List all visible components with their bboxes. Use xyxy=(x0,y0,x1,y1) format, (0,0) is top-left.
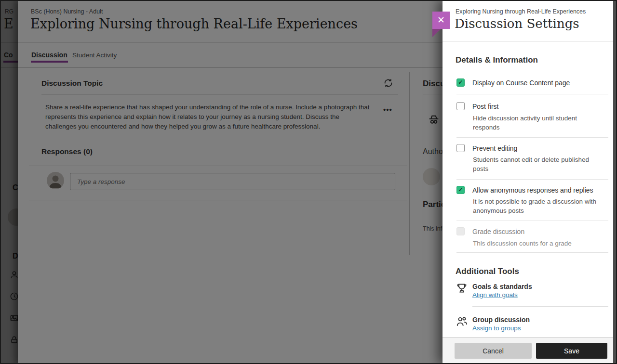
goals-icon xyxy=(456,282,468,295)
option-description: Students cannot edit or delete published… xyxy=(473,155,594,173)
goals-standards-label: Goals & standards xyxy=(472,283,532,290)
cancel-button[interactable]: Cancel xyxy=(455,343,532,359)
option-label: Post first xyxy=(472,103,498,110)
scrollbar-strip[interactable] xyxy=(613,0,617,364)
panel-context-title: Exploring Nursing through Real-Life Expe… xyxy=(456,8,586,15)
additional-tools-heading: Additional Tools xyxy=(456,267,519,276)
modal-dim-overlay[interactable] xyxy=(0,0,443,364)
checkbox-prevent-editing[interactable] xyxy=(456,144,465,152)
divider xyxy=(472,306,608,307)
align-with-goals-link[interactable]: Align with goals xyxy=(472,291,518,299)
option-description: It is not possible to grade a discussion… xyxy=(473,197,606,215)
divider xyxy=(456,179,608,180)
save-button[interactable]: Save xyxy=(536,343,607,359)
details-information-heading: Details & Information xyxy=(456,55,538,65)
group-icon xyxy=(456,315,468,328)
option-label: Prevent editing xyxy=(472,144,517,152)
checkbox-allow-anonymous[interactable] xyxy=(456,186,465,194)
checkbox-post-first[interactable] xyxy=(456,102,465,110)
discussion-settings-panel: ✕ Exploring Nursing through Real-Life Ex… xyxy=(443,0,617,364)
option-label: Grade discussion xyxy=(472,228,524,235)
divider xyxy=(456,252,608,253)
checkbox-grade-discussion xyxy=(456,227,465,235)
option-label: Allow anonymous responses and replies xyxy=(472,186,593,194)
option-description: Hide discussion activity until student r… xyxy=(473,114,594,132)
option-description: This discussion counts for a grade xyxy=(473,239,594,248)
panel-footer: Cancel Save xyxy=(443,337,617,364)
checkbox-display-on-course-content[interactable] xyxy=(456,78,465,87)
divider xyxy=(456,137,608,138)
option-label: Display on Course Content page xyxy=(472,79,570,87)
divider xyxy=(443,41,617,41)
assign-to-groups-link[interactable]: Assign to groups xyxy=(472,325,521,332)
close-icon[interactable]: ✕ xyxy=(432,12,450,29)
screen: RG E Co C D BSc (Hons) Nursing - Adult E… xyxy=(0,0,617,364)
divider xyxy=(456,94,608,94)
divider xyxy=(456,221,608,221)
group-discussion-label: Group discussion xyxy=(472,316,530,324)
panel-title: Discussion Settings xyxy=(455,16,579,31)
